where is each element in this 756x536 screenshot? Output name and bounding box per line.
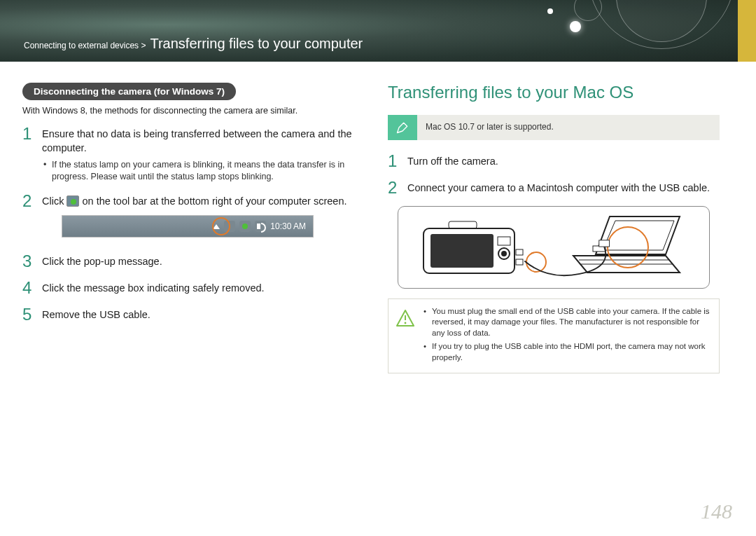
step-text-a: Click [42,195,64,207]
step-number: 4 [22,280,35,296]
step-number: 1 [22,125,35,183]
breadcrumb-parent: Connecting to external devices > [24,41,146,50]
connection-illustration [398,206,710,289]
top-banner: Connecting to external devices > Transfe… [0,0,756,62]
step-text-b: on the tool bar at the bottom right of y… [82,195,346,207]
breadcrumb: Connecting to external devices > Transfe… [24,36,363,52]
step-text: Click the pop-up message. [42,256,162,267]
accent-bar [738,0,756,62]
note-box: Mac OS 10.7 or later is supported. [388,115,720,140]
svg-rect-13 [593,246,606,252]
step-number: 5 [22,306,35,323]
step-number: 2 [22,193,35,244]
step-2: 2 Connect your camera to a Macintosh com… [388,179,720,196]
taskbar-clock: 10:30 AM [270,221,306,232]
warning-item: If you try to plug the USB cable into th… [424,341,710,363]
step-4: 4 Click the message box indicating safel… [22,280,354,296]
step-2: 2 Click on the tool bar at the bottom ri… [22,193,354,244]
svg-point-17 [405,322,407,324]
section-pill: Disconnecting the camera (for Windows 7) [22,83,236,100]
camera-icon [421,216,536,279]
step-number: 1 [388,153,400,170]
step-1: 1 Turn off the camera. [388,153,720,170]
page-title: Transferring files to your computer [150,36,363,52]
step-text: Connect your camera to a Macintosh compu… [407,182,710,193]
right-column: Transferring files to your Mac OS Mac OS… [379,83,728,373]
highlight-ring-icon [526,252,547,273]
taskbar-illustration: 10:30 AM [62,215,314,238]
svg-point-4 [501,251,507,256]
step-text: Remove the USB cable. [42,309,150,320]
section-heading: Transferring files to your Mac OS [388,83,728,102]
svg-rect-2 [498,237,510,245]
step-number: 2 [388,179,400,196]
note-icon [388,115,417,140]
content-area: Disconnecting the camera (for Windows 7)… [0,62,756,373]
svg-rect-7 [516,249,523,255]
decor-dot [570,21,581,32]
manual-page: Connecting to external devices > Transfe… [0,0,756,536]
step-text: Turn off the camera. [407,156,498,167]
highlight-ring-icon [607,226,649,268]
pen-icon [396,121,410,135]
step-bullet: If the status lamp on your camera is bli… [42,159,354,183]
step-number: 3 [22,253,35,270]
step-5: 5 Remove the USB cable. [22,306,354,323]
decor-circle [588,0,735,49]
svg-rect-1 [430,234,493,268]
step-1: 1 Ensure that no data is being transferr… [22,125,354,183]
step-text: Ensure that no data is being transferred… [42,128,352,153]
warning-list: You must plug the small end of the USB c… [424,306,710,366]
safely-remove-tray-icon [239,221,251,232]
warning-box: You must plug the small end of the USB c… [388,298,720,374]
safely-remove-icon [66,195,79,207]
left-column: Disconnecting the camera (for Windows 7)… [14,83,363,373]
page-number: 148 [701,500,732,523]
note-text: Mac OS 10.7 or later is supported. [417,115,562,140]
warning-icon [396,306,415,330]
svg-rect-6 [516,259,523,265]
decor-circle [574,0,602,21]
svg-rect-5 [449,221,477,228]
decor-dot [547,8,553,14]
volume-icon [255,221,266,232]
warning-item: You must plug the small end of the USB c… [424,306,710,339]
highlight-ring-icon [212,217,230,235]
intro-text: With Windows 8, the methods for disconne… [22,106,363,116]
step-text: Click the message box indicating safely … [42,282,265,294]
step-3: 3 Click the pop-up message. [22,253,354,270]
